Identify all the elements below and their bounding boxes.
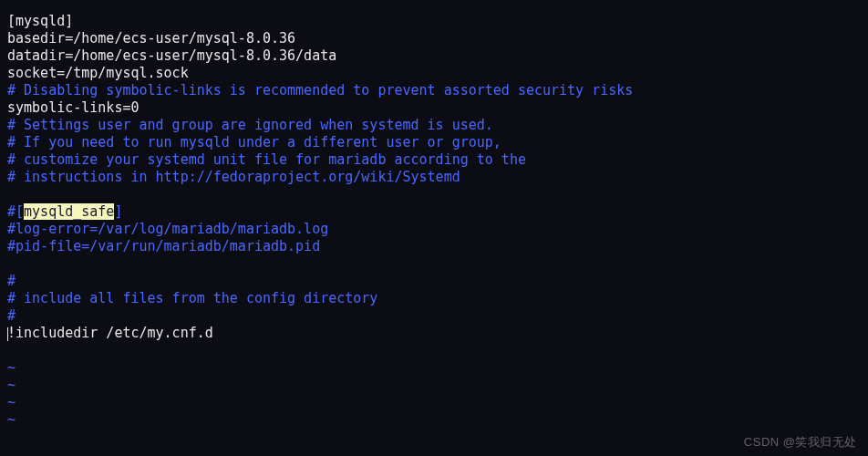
code-line: ~ — [7, 394, 861, 411]
code-text: [mysqld] — [7, 13, 73, 29]
code-line: # Disabling symbolic-links is recommende… — [7, 82, 861, 99]
code-line: # If you need to run mysqld under a diff… — [7, 134, 861, 151]
code-line: symbolic-links=0 — [7, 99, 861, 117]
code-text: ] — [114, 203, 122, 220]
terminal-editor[interactable]: [mysqld]basedir=/home/ecs-user/mysql-8.0… — [0, 0, 868, 436]
code-line: ~ — [7, 359, 861, 377]
code-text: basedir=/home/ecs-user/mysql-8.0.36 — [7, 30, 295, 47]
code-line: #log-error=/var/log/mariadb/mariadb.log — [7, 221, 861, 238]
code-line: basedir=/home/ecs-user/mysql-8.0.36 — [7, 30, 861, 47]
code-line: [mysqld] — [7, 13, 861, 30]
search-highlight: mysqld_safe — [24, 203, 114, 220]
code-text: # If you need to run mysqld under a diff… — [7, 134, 501, 150]
code-line: # — [7, 307, 861, 325]
code-line: ~ — [7, 411, 861, 429]
code-line: !includedir /etc/my.cnf.d — [7, 325, 861, 342]
code-text: symbolic-links=0 — [7, 99, 140, 116]
code-text: # — [7, 273, 16, 289]
code-text: !includedir /etc/my.cnf.d — [7, 325, 213, 341]
code-line: socket=/tmp/mysql.sock — [7, 65, 861, 82]
code-line: #[mysqld_safe] — [7, 203, 861, 221]
code-line: # customize your systemd unit file for m… — [7, 151, 861, 169]
code-line: # include all files from the config dire… — [7, 290, 861, 307]
code-text: # instructions in http://fedoraproject.o… — [7, 169, 460, 185]
code-line: #pid-file=/var/run/mariadb/mariadb.pid — [7, 238, 861, 255]
code-text: #pid-file=/var/run/mariadb/mariadb.pid — [7, 238, 320, 254]
code-text: # Disabling symbolic-links is recommende… — [7, 82, 633, 98]
code-text: # — [7, 307, 16, 324]
code-text: #[ — [7, 203, 24, 220]
code-text: # customize your systemd unit file for m… — [7, 151, 526, 168]
text-cursor — [7, 327, 8, 341]
vim-tilde: ~ — [7, 394, 16, 410]
code-line — [7, 255, 861, 273]
code-text: # Settings user and group are ignored wh… — [7, 117, 493, 133]
code-text: socket=/tmp/mysql.sock — [7, 65, 189, 81]
code-text: #log-error=/var/log/mariadb/mariadb.log — [7, 221, 328, 237]
vim-tilde: ~ — [7, 377, 16, 393]
code-line: # Settings user and group are ignored wh… — [7, 117, 861, 134]
code-line: # instructions in http://fedoraproject.o… — [7, 169, 861, 186]
watermark: CSDN @笑我归无处 — [744, 433, 857, 451]
code-line: ~ — [7, 377, 861, 394]
code-line — [7, 342, 861, 359]
vim-tilde: ~ — [7, 411, 16, 428]
code-text: # include all files from the config dire… — [7, 290, 377, 306]
code-line — [7, 186, 861, 203]
code-text: datadir=/home/ecs-user/mysql-8.0.36/data — [7, 47, 336, 64]
code-line: datadir=/home/ecs-user/mysql-8.0.36/data — [7, 47, 861, 65]
code-line: # — [7, 273, 861, 290]
vim-tilde: ~ — [7, 359, 16, 376]
